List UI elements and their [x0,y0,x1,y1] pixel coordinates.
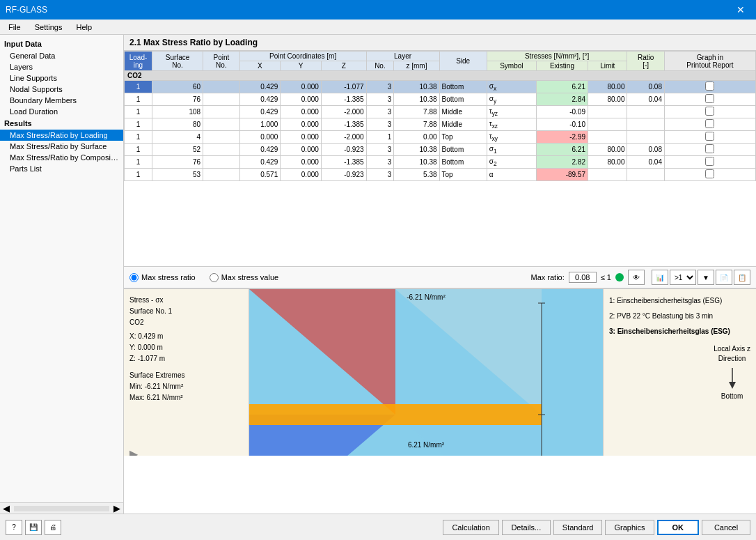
details-button[interactable]: Details... [502,520,551,535]
export-button1[interactable]: 📄 [716,270,732,285]
sidebar-scroll-right[interactable]: ▶ [111,503,123,514]
standard-button[interactable]: Standard [553,520,603,535]
sidebar-item-general-data[interactable]: General Data [0,50,123,61]
point-cell [203,93,240,106]
symbol-cell: σ1 [487,144,536,156]
surface-extremes-label: Surface Extremes [129,370,243,381]
results-icon-button[interactable]: 📊 [652,270,668,285]
side-cell: Top [439,169,487,181]
view-toggle-button[interactable]: 👁 [628,270,645,285]
checkbox-cell[interactable] [664,144,755,156]
menu-file[interactable]: File [3,22,26,33]
symbol-cell: τxy [487,131,536,144]
calculation-button[interactable]: Calculation [443,520,498,535]
surface-cell: 53 [152,169,203,181]
z-cell: -1.385 [321,93,366,106]
sidebar-item-max-stress-surface[interactable]: Max Stress/Ratio by Surface [0,141,123,152]
checkbox-cell[interactable] [664,106,755,118]
zmm-cell: 7.88 [394,118,439,131]
print-icon-button[interactable]: 🖨 [45,520,61,535]
sidebar-scroll-left[interactable]: ◀ [0,503,13,514]
sidebar-item-nodal-supports[interactable]: Nodal Supports [0,84,123,95]
y-cell: 0.000 [281,106,322,118]
titlebar: RF-GLASS ✕ [0,0,756,20]
point-cell [203,131,240,144]
side-cell: Middle [439,118,487,131]
checkbox-cell[interactable] [664,169,755,181]
radio-stress-value-input[interactable] [210,273,219,282]
legend-index-2: 2: [609,312,617,320]
surface-cell: 60 [152,81,203,93]
surface-cell: 52 [152,144,203,156]
menu-settings[interactable]: Settings [29,22,68,33]
limit-cell [588,106,627,118]
side-cell: Bottom [439,93,487,106]
axis-arrow-svg [725,368,739,389]
loading-cell: 1 [125,93,152,106]
point-cell [203,81,240,93]
x-cell: 0.429 [239,156,281,169]
cancel-button[interactable]: Cancel [702,520,750,535]
graph-axis-label: Local Axis z Direction Bottom [714,344,750,401]
sidebar-item-boundary-members[interactable]: Boundary Members [0,95,123,106]
side-cell: Bottom [439,81,487,93]
checkbox-cell[interactable] [664,156,755,169]
radio-max-stress-value[interactable]: Max stress value [210,273,279,282]
co2-label: CO2 [125,71,756,81]
export-button2[interactable]: 📋 [734,270,750,285]
surface-cell: 76 [152,93,203,106]
ok-button[interactable]: OK [657,520,700,535]
sidebar-item-max-stress-loading[interactable]: Max Stress/Ratio by Loading [0,130,123,141]
y-cell: 0.000 [281,156,322,169]
graph-coord-z: Z: -1.077 m [129,353,243,364]
side-cell: Bottom [439,156,487,169]
table-row: 1 52 0.429 0.000 -0.923 3 10.38 Bottom σ… [125,144,756,156]
x-cell: 0.429 [239,106,281,118]
table-row: 1 108 0.429 0.000 -2.000 3 7.88 Middle τ… [125,106,756,118]
collapse-arrow[interactable]: ▶ [129,445,243,456]
bottom-left-icons: ? 💾 🖨 [6,520,61,535]
checkbox-cell[interactable] [664,93,755,106]
symbol-cell: α [487,169,536,181]
surface-cell: 76 [152,156,203,169]
radio-max-stress-ratio[interactable]: Max stress ratio [129,273,196,282]
ratio-cell: 0.04 [627,156,665,169]
graphics-button[interactable]: Graphics [605,520,654,535]
save-icon-button[interactable]: 💾 [25,520,42,535]
sidebar-item-line-supports[interactable]: Line Supports [0,72,123,84]
help-icon-button[interactable]: ? [6,520,22,535]
surface-cell: 80 [152,118,203,131]
legend-item-3: 3: Einscheibensicherheitsglas (ESG) [609,325,750,338]
limit-cell [588,118,627,131]
table-area[interactable]: Load-ing SurfaceNo. PointNo. Point Coord… [124,51,756,267]
z-cell: -0.923 [321,144,366,156]
x-cell: 1.000 [239,118,281,131]
y-cell: 0.000 [281,144,322,156]
sidebar-item-layers[interactable]: Layers [0,61,123,72]
toolbar-icons: 📊 >1 ▼ 📄 📋 [652,270,750,285]
sidebar-item-max-stress-composite[interactable]: Max Stress/Ratio by Compositi... [0,152,123,163]
limit-cell [588,169,627,181]
graph-min-val: Min: -6.21 N/mm² [129,381,243,392]
close-button[interactable]: ✕ [731,3,750,17]
checkbox-cell[interactable] [664,118,755,131]
checkbox-cell[interactable] [664,131,755,144]
limit-cell [588,131,627,144]
loading-cell: 1 [125,118,152,131]
filter-select[interactable]: >1 [670,270,696,285]
symbol-cell: σy [487,93,536,106]
table-row: 1 76 0.429 0.000 -1.385 3 10.38 Bottom σ… [125,93,756,106]
layer-no-cell: 3 [366,118,394,131]
z-cell: -1.385 [321,156,366,169]
sidebar-item-load-duration[interactable]: Load Duration [0,106,123,117]
ratio-cell: 0.08 [627,81,665,93]
menu-help[interactable]: Help [70,22,97,33]
ratio-cell [627,169,665,181]
symbol-cell: σ2 [487,156,536,169]
col-header-b: SurfaceNo. [152,52,203,71]
existing-cell: 2.84 [536,93,588,106]
radio-stress-ratio-input[interactable] [129,273,139,282]
filter-button[interactable]: ▼ [698,270,714,285]
sidebar-item-parts-list[interactable]: Parts List [0,163,123,174]
checkbox-cell[interactable] [664,81,755,93]
